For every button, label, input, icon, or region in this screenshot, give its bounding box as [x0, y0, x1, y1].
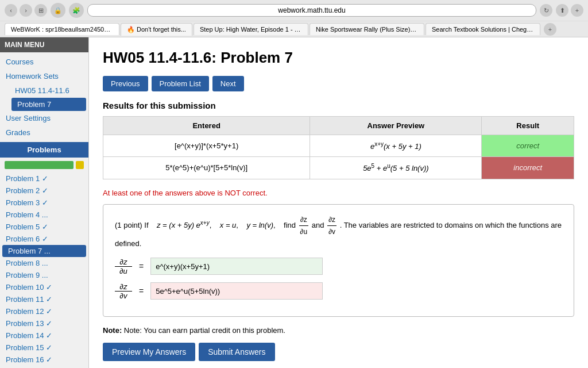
problem-list: Problem 1 ✓Problem 2 ✓Problem 3 ✓Problem… [0, 172, 88, 368]
security-icon[interactable]: 🔒 [51, 3, 65, 18]
tab-step-up[interactable]: Step Up: High Water, Episode 1 - UNC... [194, 23, 308, 35]
result-2: incorrect [482, 157, 574, 179]
equals-2: = [139, 286, 144, 296]
problems-header: Problems [0, 142, 88, 158]
action-buttons: Preview My Answers Submit Answers [103, 343, 574, 361]
progress-bar-green [5, 161, 74, 169]
problem-list-item-4[interactable]: Problem 4 ... [0, 209, 88, 221]
sidebar-homework-link[interactable]: Homework Sets [0, 69, 88, 83]
tab-chegg[interactable]: Search Textbook Solutions | Chegg.c... [425, 23, 540, 35]
sidebar-grades-link[interactable]: Grades [0, 125, 88, 140]
sidebar-courses-link[interactable]: Courses [0, 55, 88, 69]
problem-list-item-13[interactable]: Problem 13 ✓ [0, 317, 88, 329]
reload-icon[interactable]: ↻ [540, 4, 552, 17]
next-button[interactable]: Next [212, 76, 244, 91]
new-tab-icon[interactable]: + [571, 4, 583, 17]
preview-2: 5e5 + eu(5 + 5 ln(v)) [310, 157, 482, 179]
browser-toolbar: ‹ › ⊞ 🔒 🧩 ↻ ⬆ + [0, 0, 588, 21]
problem-list-item-2[interactable]: Problem 2 ✓ [0, 185, 88, 197]
problem-box: (1 point) If z = (x + 5y) ex+y, x = u, y… [103, 204, 574, 317]
col-entered: Entered [103, 117, 310, 135]
page-title: HW05 11.4-11.6: Problem 7 [103, 49, 574, 67]
results-title: Results for this submission [103, 101, 574, 110]
entered-1: [e^(x+y)]*(x+5*y+1) [103, 135, 310, 157]
entered-2: 5*(e^5)+(e^u)*[5+5*ln(v)] [103, 157, 310, 179]
problem-list-item-16[interactable]: Problem 16 ✓ [0, 354, 88, 366]
problem-list-item-8[interactable]: Problem 8 ... [0, 257, 88, 269]
tabs-button[interactable]: ⊞ [34, 4, 47, 17]
problem-list-item-15[interactable]: Problem 15 ✓ [0, 342, 88, 354]
previous-button[interactable]: Previous [103, 76, 148, 91]
forward-button[interactable]: › [20, 4, 32, 17]
dz-du-label: ∂z ∂u [115, 258, 132, 275]
problem-list-item-3[interactable]: Problem 3 ✓ [0, 197, 88, 209]
tab-webwork[interactable]: WeBWorK : spr18beaullsam2450sD01sH0... [5, 23, 119, 35]
col-result: Result [482, 117, 574, 135]
preview-1: ex+y(x + 5y + 1) [310, 135, 482, 157]
sidebar-problem7-link[interactable]: Problem 7 [11, 98, 86, 111]
problem-list-item-17[interactable]: Problem 17 ✓ [0, 366, 88, 368]
problem-list-item-6[interactable]: Problem 6 ✓ [0, 233, 88, 245]
problem-list-item-12[interactable]: Problem 12 ✓ [0, 305, 88, 317]
dz-dv-input[interactable] [150, 282, 323, 300]
preview-answers-button[interactable]: Preview My Answers [103, 343, 195, 361]
sidebar-hw05-link[interactable]: HW05 11.4-11.6 [9, 83, 88, 98]
tab-fire[interactable]: 🔥 Don't forget this... [121, 23, 192, 36]
app-container: MAIN MENU Courses Homework Sets HW05 11.… [0, 37, 588, 368]
new-tab-button[interactable]: + [544, 23, 556, 36]
share-icon[interactable]: ⬆ [556, 4, 568, 17]
extension-icon[interactable]: 🧩 [69, 3, 84, 18]
input-row-2: ∂z ∂v = [115, 282, 562, 300]
equals-1: = [139, 262, 144, 271]
sidebar-nav: Courses Homework Sets HW05 11.4-11.6 Pro… [0, 52, 88, 142]
submit-answers-button[interactable]: Submit Answers [199, 343, 274, 361]
sidebar-header: MAIN MENU [0, 37, 88, 52]
problem-statement: (1 point) If z = (x + 5y) ex+y, x = u, y… [115, 214, 562, 251]
input-row-1: ∂z ∂u = [115, 258, 562, 275]
problem-list-item-9[interactable]: Problem 9 ... [0, 269, 88, 281]
progress-bar-container [0, 158, 88, 172]
sidebar: MAIN MENU Courses Homework Sets HW05 11.… [0, 37, 89, 368]
tab-nike[interactable]: Nike Sportswear Rally (Plus Size) Wo... [310, 23, 424, 35]
problem-list-item-7[interactable]: Problem 7 ... [2, 245, 86, 257]
dz-dv-label: ∂z ∂v [115, 282, 132, 300]
problem-list-item-11[interactable]: Problem 11 ✓ [0, 293, 88, 305]
note-text: Note: Note: You can earn partial credit … [103, 326, 574, 335]
navigation-buttons: Previous Problem List Next [103, 76, 574, 91]
main-content: HW05 11.4-11.6: Problem 7 Previous Probl… [89, 37, 588, 368]
nav-buttons: ‹ › ⊞ [5, 4, 47, 17]
problem-list-item-14[interactable]: Problem 14 ✓ [0, 329, 88, 342]
problem-list-item-10[interactable]: Problem 10 ✓ [0, 281, 88, 293]
error-message: At least one of the answers above is NOT… [103, 189, 574, 197]
browser-chrome: ‹ › ⊞ 🔒 🧩 ↻ ⬆ + WeBWorK : spr18beaullsam… [0, 0, 588, 37]
tab-bar: WeBWorK : spr18beaullsam2450sD01sH0... 🔥… [0, 21, 588, 37]
table-row: [e^(x+y)]*(x+5*y+1) ex+y(x + 5y + 1) cor… [103, 135, 574, 157]
sidebar-settings-link[interactable]: User Settings [0, 111, 88, 125]
problem-list-item-1[interactable]: Problem 1 ✓ [0, 172, 88, 185]
results-table: Entered Answer Preview Result [e^(x+y)]*… [103, 116, 574, 179]
problem-list-item-5[interactable]: Problem 5 ✓ [0, 221, 88, 233]
back-button[interactable]: ‹ [5, 4, 17, 17]
result-1: correct [482, 135, 574, 157]
dz-du-input[interactable] [150, 258, 323, 275]
table-row: 5*(e^5)+(e^u)*[5+5*ln(v)] 5e5 + eu(5 + 5… [103, 157, 574, 179]
progress-bar-yellow [76, 161, 84, 169]
problem-list-button[interactable]: Problem List [152, 76, 209, 91]
col-preview: Answer Preview [310, 117, 482, 135]
address-bar[interactable] [87, 4, 536, 17]
